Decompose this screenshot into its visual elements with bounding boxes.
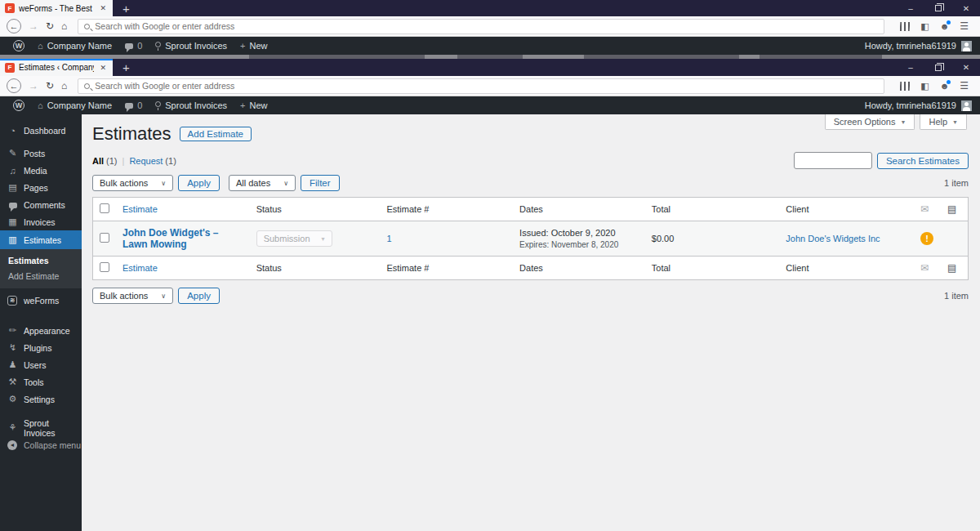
new-content-menu[interactable]: + New <box>234 96 274 114</box>
sprout-invoices-label: Sprout Invoices <box>165 41 227 51</box>
status-select[interactable]: Submission▾ <box>256 230 332 247</box>
pin-icon <box>155 101 161 107</box>
minimize-button[interactable]: – <box>897 59 924 76</box>
sidebar-item-label: Plugins <box>24 343 51 353</box>
column-footer-status: Status <box>250 256 381 279</box>
sidebar-item-invoices[interactable]: ▦Invoices <box>0 213 82 230</box>
table-footer-row: Estimate Status Estimate # Dates Total C… <box>93 256 968 279</box>
restore-button[interactable] <box>924 59 952 76</box>
bulk-actions-select[interactable]: Bulk actions∨ <box>92 175 173 191</box>
win2-toolbar: ← → ↻ ⌂ Search with Google or enter addr… <box>0 76 980 96</box>
back-button[interactable]: ← <box>7 78 21 93</box>
url-bar[interactable]: Search with Google or enter address <box>78 78 884 94</box>
sprout-invoices-menu[interactable]: Sprout Invoices <box>149 96 234 114</box>
chevron-down-icon: ∨ <box>161 292 166 300</box>
comments-menu[interactable]: 0 <box>118 96 149 114</box>
sidebar-item-users[interactable]: ♟Users <box>0 356 82 373</box>
client-link[interactable]: John Doe's Widgets Inc <box>786 234 880 243</box>
estimate-title-link[interactable]: John Doe Widget's – Lawn Mowing <box>122 227 218 250</box>
wordpress-logo-icon: W <box>13 40 24 51</box>
account-menu[interactable]: Howdy, tmrineha61919 <box>865 41 973 51</box>
library-icon[interactable] <box>900 82 911 91</box>
submenu-item-estimates[interactable]: Estimates <box>0 252 82 268</box>
new-content-menu[interactable]: + New <box>234 37 274 55</box>
sidebar-item-plugins[interactable]: ↯Plugins <box>0 339 82 356</box>
win1-tab-weforms[interactable]: F weForms - The Best Contact Fo ✕ <box>0 0 113 16</box>
restore-icon <box>935 5 942 11</box>
admin-sidebar: ◔Dashboard ✎Posts ♫Media ▤Pages Comments… <box>0 114 82 531</box>
sidebar-item-comments[interactable]: Comments <box>0 196 82 213</box>
account-icon[interactable]: ☻ <box>940 81 950 91</box>
alert-icon: ! <box>920 232 933 245</box>
site-name-menu[interactable]: ⌂ Company Name <box>31 96 118 114</box>
help-button[interactable]: Help▼ <box>920 114 967 130</box>
account-icon[interactable]: ☻ <box>940 21 950 31</box>
win2-tab-estimates[interactable]: F Estimates ‹ Company Name — ✕ <box>0 59 113 76</box>
add-estimate-button[interactable]: Add Estimate <box>180 127 252 141</box>
sidebar-item-estimates[interactable]: ▥Estimates <box>0 230 82 249</box>
screen-options-button[interactable]: Screen Options▼ <box>825 114 915 130</box>
view-request-link[interactable]: Request <box>129 156 163 166</box>
close-tab-icon[interactable]: ✕ <box>98 4 108 12</box>
view-all-link[interactable]: All <box>92 156 104 166</box>
restore-button[interactable] <box>924 0 952 16</box>
sidebar-item-weforms[interactable]: ≋weForms <box>0 290 82 310</box>
user-avatar <box>961 100 972 111</box>
new-tab-button[interactable]: + <box>113 0 140 16</box>
sidebar-item-settings[interactable]: ⚙Settings <box>0 390 82 408</box>
sidebar-item-dashboard[interactable]: ◔Dashboard <box>0 122 82 139</box>
select-all-checkbox[interactable] <box>100 262 109 272</box>
menu-icon[interactable]: ☰ <box>960 80 969 91</box>
url-bar[interactable]: Search with Google or enter address <box>78 19 884 34</box>
sidebar-item-label: Invoices <box>24 217 56 227</box>
comments-menu[interactable]: 0 <box>118 37 149 55</box>
library-icon[interactable] <box>900 22 911 31</box>
wp-logo-menu[interactable]: W <box>7 96 31 114</box>
sidebar-item-posts[interactable]: ✎Posts <box>0 145 82 162</box>
estimate-number-link[interactable]: 1 <box>386 234 391 243</box>
reload-button[interactable]: ↻ <box>46 20 54 32</box>
account-menu[interactable]: Howdy, tmrineha61919 <box>865 100 973 111</box>
select-all-checkbox[interactable] <box>100 203 109 213</box>
win1-tab-title: weForms - The Best Contact Fo <box>19 4 94 13</box>
sidebar-item-appearance[interactable]: ✏Appearance <box>0 322 82 339</box>
new-tab-button[interactable]: + <box>113 59 140 76</box>
reload-button[interactable]: ↻ <box>46 80 54 91</box>
menu-icon[interactable]: ☰ <box>960 20 969 32</box>
filter-button[interactable]: Filter <box>301 175 340 191</box>
close-tab-icon[interactable]: ✕ <box>98 64 108 72</box>
sprout-invoices-menu[interactable]: Sprout Invoices <box>149 37 234 55</box>
close-window-button[interactable]: ✕ <box>952 59 980 76</box>
column-header-estimate[interactable]: Estimate <box>122 204 158 214</box>
sidebar-item-media[interactable]: ♫Media <box>0 162 82 179</box>
win1-admin-bar: W ⌂ Company Name 0 Sprout Invoices + New… <box>0 37 980 55</box>
sidebar-toggle-icon[interactable]: ◧ <box>920 81 929 91</box>
sidebar-item-collapse-menu[interactable]: ◂Collapse menu <box>0 436 82 453</box>
home-button[interactable]: ⌂ <box>61 80 67 91</box>
search-estimates-input[interactable] <box>794 152 872 169</box>
sidebar-item-sprout-invoices[interactable]: ⚘Sprout Invoices <box>0 419 82 436</box>
sidebar-item-label: Pages <box>24 183 48 193</box>
forward-button[interactable]: → <box>29 80 38 91</box>
sidebar-item-pages[interactable]: ▤Pages <box>0 179 82 196</box>
sidebar-item-tools[interactable]: ⚒Tools <box>0 373 82 390</box>
plus-icon: + <box>240 100 245 110</box>
comments-bubble-icon <box>125 43 133 49</box>
sidebar-toggle-icon[interactable]: ◧ <box>920 21 929 32</box>
media-icon: ♫ <box>7 166 18 176</box>
minimize-button[interactable]: – <box>897 0 924 16</box>
close-window-button[interactable]: ✕ <box>952 0 980 16</box>
site-name-menu[interactable]: ⌂ Company Name <box>31 37 118 55</box>
all-dates-select[interactable]: All dates∨ <box>229 175 296 191</box>
back-button[interactable]: ← <box>7 19 21 33</box>
apply-button[interactable]: Apply <box>178 175 220 191</box>
forward-button[interactable]: → <box>29 20 38 32</box>
home-button[interactable]: ⌂ <box>61 20 67 32</box>
wp-logo-menu[interactable]: W <box>7 37 31 55</box>
column-footer-estimate[interactable]: Estimate <box>122 263 158 273</box>
search-estimates-button[interactable]: Search Estimates <box>877 153 969 169</box>
bulk-actions-select-bottom[interactable]: Bulk actions∨ <box>92 288 173 304</box>
submenu-item-add-estimate[interactable]: Add Estimate <box>0 268 82 283</box>
apply-button-bottom[interactable]: Apply <box>178 288 220 304</box>
row-checkbox[interactable] <box>100 233 109 243</box>
